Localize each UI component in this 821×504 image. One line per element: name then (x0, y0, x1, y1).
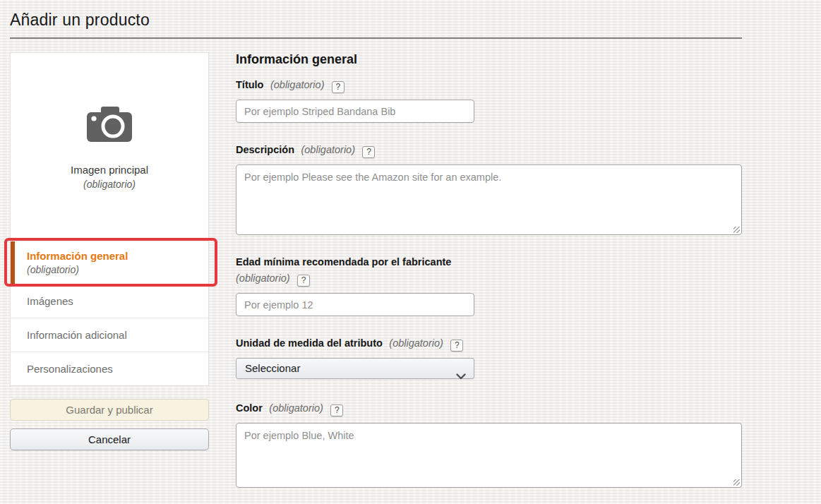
selected-indicator-bar (11, 241, 15, 284)
unidad-medida-select[interactable]: Seleccionar (236, 358, 474, 379)
titulo-field-group: Título (obligatorio) ? (236, 78, 742, 123)
chevron-down-icon (456, 366, 466, 386)
annotation-highlight-box (4, 238, 217, 287)
field-label: Edad mínima recomendada por el fabricant… (236, 256, 451, 268)
sidebar-item-label: Información general (27, 250, 201, 262)
sidebar-item-required: (obligatorio) (27, 264, 201, 275)
descripcion-field-group: Descripción (obligatorio) ? (236, 143, 742, 235)
resize-handle-icon[interactable] (733, 479, 740, 486)
page-title: Añadir un producto (10, 11, 821, 30)
help-icon[interactable]: ? (362, 146, 375, 158)
section-heading: Información general (236, 52, 742, 67)
cancel-button[interactable]: Cancelar (10, 428, 209, 450)
required-label: (obligatorio) (236, 272, 290, 284)
field-label: Color (236, 402, 263, 414)
sidebar-item-label: Personalizaciones (27, 363, 201, 375)
resize-handle-icon[interactable] (733, 227, 740, 233)
required-label: (obligatorio) (270, 79, 325, 90)
camera-icon (86, 104, 133, 145)
help-icon[interactable]: ? (330, 404, 343, 416)
color-textarea[interactable] (236, 423, 742, 488)
color-field-group: Color (obligatorio) ? (236, 401, 742, 488)
select-value: Seleccionar (245, 362, 300, 374)
required-label: (obligatorio) (301, 144, 355, 155)
edad-minima-field-group: Edad mínima recomendada por el fabricant… (236, 255, 742, 316)
unidad-medida-field-group: Unidad de medida del atributo (obligator… (236, 336, 742, 379)
image-box-title: Imagen principal (71, 164, 148, 176)
required-label: (obligatorio) (389, 337, 443, 349)
field-label: Título (236, 79, 263, 90)
help-icon[interactable]: ? (332, 81, 344, 93)
sidebar-item-personalizaciones[interactable]: Personalizaciones (11, 352, 208, 385)
sidebar-item-imagenes[interactable]: Imágenes (11, 284, 208, 318)
add-product-page: Añadir un producto Imagen principal (0, 0, 821, 504)
required-label: (obligatorio) (269, 402, 323, 414)
sidebar-item-informacion-general[interactable]: Información general (obligatorio) (11, 241, 208, 284)
sidebar-item-label: Imágenes (27, 295, 201, 307)
page-header: Añadir un producto (0, 0, 821, 30)
edad-minima-input[interactable] (236, 293, 474, 316)
descripcion-textarea[interactable] (236, 164, 742, 235)
image-box-required: (obligatorio) (83, 179, 136, 190)
sidebar-item-label: Información adicional (27, 329, 201, 341)
general-info-form: Información general Título (obligatorio)… (236, 52, 742, 504)
sidebar-item-informacion-adicional[interactable]: Información adicional (11, 318, 208, 352)
field-label: Unidad de medida del atributo (236, 337, 383, 349)
help-icon[interactable]: ? (450, 340, 463, 352)
title-divider (10, 37, 742, 39)
sidebar-card: Imagen principal (obligatorio) Informaci… (10, 52, 209, 386)
field-label: Descripción (236, 144, 294, 155)
main-image-upload-box[interactable]: Imagen principal (obligatorio) (11, 53, 208, 241)
sidebar: Imagen principal (obligatorio) Informaci… (10, 52, 209, 450)
titulo-input[interactable] (236, 100, 474, 123)
help-icon[interactable]: ? (297, 275, 310, 287)
save-publish-button[interactable]: Guardar y publicar (10, 399, 209, 421)
